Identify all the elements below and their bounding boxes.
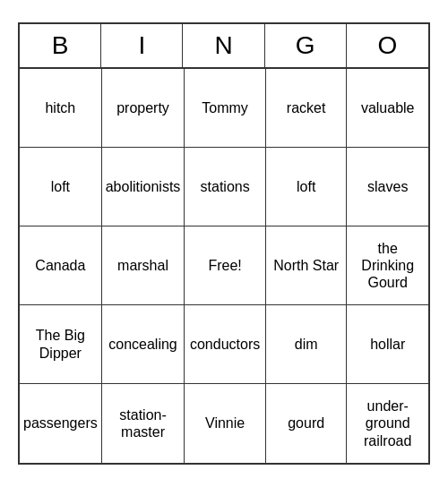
cell-text: slaves [367, 178, 408, 195]
bingo-cell: Canada [20, 226, 102, 305]
cell-text: marshal [117, 257, 168, 274]
cell-text: abolitionists [106, 178, 181, 195]
cell-text: valuable [361, 99, 415, 116]
header-letter: B [20, 24, 101, 67]
bingo-cell: passengers [20, 384, 102, 463]
cell-text: Free! [208, 257, 241, 274]
cell-text: Vinnie [205, 414, 245, 431]
bingo-cell: conductors [185, 305, 266, 384]
bingo-cell: hitch [20, 69, 102, 148]
bingo-cell: valuable [347, 69, 428, 148]
bingo-card: BINGO hitchpropertyTommyracketvaluablelo… [18, 22, 430, 465]
bingo-cell: loft [266, 148, 348, 226]
bingo-cell: slaves [347, 148, 428, 226]
cell-text: gourd [288, 414, 324, 431]
cell-text: Canada [35, 257, 85, 274]
cell-text: Tommy [202, 99, 248, 116]
bingo-grid: hitchpropertyTommyracketvaluableloftabol… [20, 69, 428, 463]
bingo-cell: Vinnie [185, 384, 266, 463]
cell-text: dim [295, 336, 318, 353]
header-letter: N [183, 24, 264, 67]
bingo-cell: gourd [266, 384, 348, 463]
bingo-cell: loft [20, 148, 102, 226]
cell-text: North Star [273, 257, 339, 274]
cell-text: conductors [190, 336, 260, 353]
bingo-cell: abolitionists [102, 148, 185, 226]
bingo-cell: station-master [102, 384, 185, 463]
cell-text: The Big Dipper [23, 327, 98, 361]
bingo-cell: stations [185, 148, 266, 226]
bingo-cell: the Drinking Gourd [347, 226, 428, 305]
cell-text: the Drinking Gourd [350, 240, 425, 292]
header-letter: G [265, 24, 347, 67]
cell-text: concealing [108, 336, 177, 353]
cell-text: loft [51, 178, 70, 195]
bingo-cell: racket [266, 69, 348, 148]
bingo-cell: marshal [102, 226, 185, 305]
bingo-cell: North Star [266, 226, 348, 305]
cell-text: stations [201, 178, 250, 195]
cell-text: under-ground railroad [350, 397, 425, 449]
cell-text: passengers [23, 414, 98, 431]
bingo-cell: concealing [102, 305, 185, 384]
bingo-cell: Tommy [185, 69, 266, 148]
cell-text: loft [297, 178, 315, 195]
cell-text: station-master [106, 406, 181, 440]
bingo-cell: Free! [185, 226, 266, 305]
header-letter: I [101, 24, 183, 67]
bingo-cell: property [102, 69, 185, 148]
cell-text: hollar [370, 336, 405, 353]
bingo-cell: under-ground railroad [347, 384, 428, 463]
bingo-cell: dim [266, 305, 348, 384]
bingo-cell: hollar [347, 305, 428, 384]
bingo-header: BINGO [20, 24, 428, 69]
cell-text: hitch [45, 99, 75, 116]
cell-text: racket [287, 99, 326, 116]
header-letter: O [347, 24, 428, 67]
cell-text: property [116, 99, 169, 116]
bingo-cell: The Big Dipper [20, 305, 102, 384]
